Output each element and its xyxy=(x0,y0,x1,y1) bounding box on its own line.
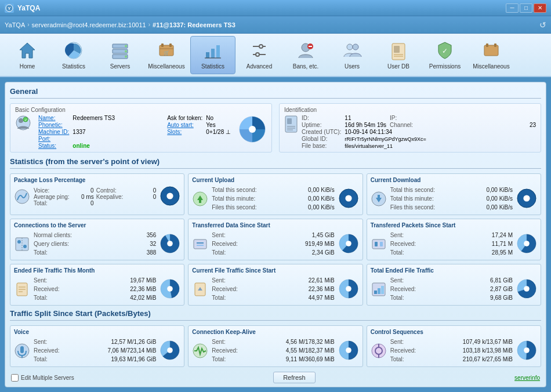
toolbar-misc-2[interactable]: Miscellaneous xyxy=(469,36,514,74)
stat-card-body: Sent: 1,45 GiB Received: 919,49 MiB Tota… xyxy=(192,231,358,257)
toolbar-statistics-2[interactable]: Statistics xyxy=(190,36,235,74)
stat-row: Received: 103,18 k/13,98 MiB xyxy=(390,346,513,355)
refresh-icon[interactable]: ↺ xyxy=(539,20,546,30)
statistics1-icon xyxy=(63,40,84,61)
app-icon: Y xyxy=(5,3,14,13)
svg-point-91 xyxy=(168,347,173,353)
stat-row: Query clients: 32 xyxy=(34,239,156,248)
edit-multiple-checkbox[interactable] xyxy=(11,374,19,382)
pie-chart xyxy=(160,233,180,255)
stat-card-keepalive: Connection Keep-Alive Sent: 4,56 M/178,3… xyxy=(188,325,362,367)
toolbar-servers[interactable]: Servers xyxy=(97,36,143,74)
toolbar-users[interactable]: Users xyxy=(329,36,375,74)
toolbar-permissions[interactable]: ✓ Permissions xyxy=(422,36,467,74)
stat-card-title: Transfered Packets Since Start xyxy=(371,222,537,228)
id-label: ID: xyxy=(302,115,341,121)
toolbar-advanced[interactable]: Advanced xyxy=(237,36,282,74)
stats-title: Statistics (from the server's point of v… xyxy=(10,157,541,169)
stat-card-network: Package Loss Percentage Voice: 0 Control… xyxy=(10,173,184,215)
stat-row: Total: 210,67 k/27,65 MiB xyxy=(390,355,513,364)
svg-point-66 xyxy=(168,241,173,246)
toolbar-statistics-1[interactable]: Statistics xyxy=(51,36,96,74)
autostart-link[interactable]: Auto start: xyxy=(167,122,202,128)
stat-card-body: Normal clients: 356 Query clients: 32 To… xyxy=(14,231,180,257)
svg-point-56 xyxy=(345,195,351,201)
stat-card-connections: Connections to the Server Normal clients… xyxy=(10,219,184,260)
close-button[interactable]: ✕ xyxy=(534,3,546,13)
edit-multiple-label[interactable]: Edit Multiple Servers xyxy=(11,374,74,382)
uptime-value: 16d 9h 54m 19s xyxy=(345,122,386,128)
minimize-button[interactable]: ─ xyxy=(506,3,519,13)
stat-card-body: Sent: 22,61 MiB Received: 22,36 MiB Tota… xyxy=(192,276,358,302)
home-icon xyxy=(17,40,38,61)
stat-row: Total: 0 xyxy=(34,200,94,206)
footer-bar: Edit Multiple Servers Refresh serverinfo xyxy=(10,369,541,383)
stat-rows: Sent: 22,61 MiB Received: 22,36 MiB Tota… xyxy=(212,276,334,302)
pie-chart xyxy=(160,340,180,362)
svg-point-39 xyxy=(19,118,23,123)
stat-row: Voice: 0 xyxy=(34,187,94,194)
address-segment-2: serveradmin@root4.redeemer.biz:10011 xyxy=(32,21,146,28)
status-link[interactable]: Status: xyxy=(38,143,69,149)
name-link[interactable]: Name: xyxy=(38,115,69,121)
misc2-icon xyxy=(481,40,502,61)
traffic-grid: Voice Sent: 12,57 M/1,26 GiB Received: 7… xyxy=(10,325,541,367)
address-bar: YaTQA › serveradmin@root4.redeemer.biz:1… xyxy=(0,16,551,34)
stat-card-title: Current File Traffic Since Start xyxy=(192,267,358,274)
stat-card-title: Ended File Traffic This Month xyxy=(14,267,180,274)
bans-icon xyxy=(295,40,316,61)
svg-point-93 xyxy=(346,347,351,353)
stat-row: Total: 9,68 GiB xyxy=(390,293,513,302)
slots-link[interactable]: Slots: xyxy=(167,129,202,135)
svg-point-9 xyxy=(125,56,127,58)
stat-card-download: Current Download Total this second: 0,00… xyxy=(367,173,541,215)
stat-row: Sent: 4,56 M/178,32 MiB xyxy=(212,337,334,346)
stat-row: Received: 11,71 M xyxy=(390,239,513,248)
toolbar-userdb[interactable]: User DB xyxy=(376,36,421,74)
statistics2-icon xyxy=(202,40,223,61)
phonetic-link[interactable]: Phonetic: xyxy=(38,122,69,128)
statistics2-label: Statistics xyxy=(201,63,224,70)
stat-row: Received: 7,06 M/723,14 MiB xyxy=(34,346,156,355)
ask-token-label: Ask for token: xyxy=(167,115,202,121)
servers-icon xyxy=(110,40,130,61)
control-icon xyxy=(371,343,387,359)
status-value: online xyxy=(72,143,162,149)
svg-text:Y: Y xyxy=(8,6,11,11)
toolbar-home[interactable]: Home xyxy=(5,36,50,74)
ip-label: IP: xyxy=(390,115,526,121)
stat-card-body: Sent: 4,56 M/178,32 MiB Received: 4,55 M… xyxy=(192,337,358,364)
stat-row: Total: 2,34 GiB xyxy=(212,248,334,257)
svg-point-29 xyxy=(353,44,358,50)
stat-card-body: Sent: 107,49 k/13,67 MiB Received: 103,1… xyxy=(371,337,537,364)
toolbar-misc-1[interactable]: 🛒 Miscellaneous xyxy=(144,36,189,74)
stat-row: Total this minute: 0,00 KiB/s xyxy=(212,194,334,203)
stat-row: Sent: 107,49 k/13,67 MiB xyxy=(390,337,513,346)
misc1-label: Miscellaneous xyxy=(148,63,184,70)
stats-grid: Package Loss Percentage Voice: 0 Control… xyxy=(10,173,541,306)
port-link[interactable]: Port: xyxy=(38,136,69,142)
svg-rect-54 xyxy=(199,200,201,203)
stat-row: Sent: 12,57 M/1,26 GiB xyxy=(34,337,156,346)
channel-value: 23 xyxy=(530,122,536,128)
home-label: Home xyxy=(20,63,35,70)
stat-row: Sent: 19,67 MiB xyxy=(34,276,156,285)
toolbar-bans[interactable]: Bans, etc. xyxy=(283,36,328,74)
network-icon xyxy=(14,188,30,205)
refresh-button[interactable]: Refresh xyxy=(273,372,316,383)
svg-rect-31 xyxy=(394,46,400,53)
stat-card-body: Total this second: 0,00 KiB/s Total this… xyxy=(192,186,358,212)
stat-card-title: Total Ended File Traffic xyxy=(371,267,537,274)
stat-row: Total: 44,97 MiB xyxy=(212,293,334,302)
window-controls: ─ □ ✕ xyxy=(506,3,546,13)
svg-rect-17 xyxy=(216,45,220,58)
svg-marker-2 xyxy=(20,43,35,58)
machine-id-link[interactable]: Machine ID: xyxy=(38,129,69,135)
packets-icon xyxy=(371,236,387,252)
permissions-label: Permissions xyxy=(429,63,461,70)
stat-row: Total: 28,95 M xyxy=(390,248,513,257)
stat-row: Sent: 6,81 GiB xyxy=(390,276,513,285)
serverinfo-link[interactable]: serverinfo xyxy=(514,375,540,381)
stat-rows: Sent: 1,45 GiB Received: 919,49 MiB Tota… xyxy=(212,231,334,257)
maximize-button[interactable]: □ xyxy=(520,3,532,13)
